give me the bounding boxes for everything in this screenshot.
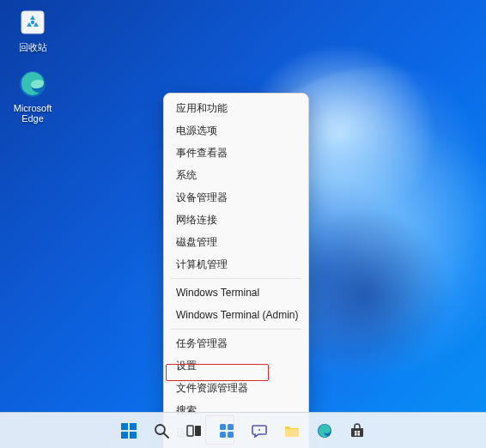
chat-icon [251, 422, 268, 439]
edge-icon [316, 422, 333, 439]
widgets-icon [218, 422, 235, 439]
svg-rect-7 [130, 432, 137, 439]
edge-icon [15, 67, 50, 101]
svg-rect-10 [187, 426, 193, 436]
taskbar-task-view-button[interactable] [180, 417, 208, 445]
menu-item-network-connections[interactable]: 网络连接 [164, 209, 308, 231]
svg-rect-17 [285, 429, 299, 437]
desktop-icon-recycle-bin[interactable]: 回收站 [5, 5, 60, 54]
svg-rect-14 [220, 432, 226, 438]
svg-rect-6 [121, 432, 128, 439]
menu-item-windows-terminal-admin[interactable]: Windows Terminal (Admin) [164, 304, 308, 326]
taskbar-edge-button[interactable] [311, 417, 338, 445]
windows-start-icon [120, 422, 137, 439]
search-icon [153, 422, 170, 439]
taskbar-store-button[interactable] [343, 417, 371, 445]
svg-point-16 [258, 429, 260, 431]
menu-separator [171, 329, 301, 330]
menu-item-system[interactable]: 系统 [164, 164, 308, 186]
desktop-icon-edge[interactable]: Microsoft Edge [5, 67, 60, 124]
store-icon [349, 422, 366, 439]
desktop-icon-label: Microsoft Edge [5, 103, 60, 124]
menu-item-computer-management[interactable]: 计算机管理 [164, 253, 308, 275]
taskbar [0, 412, 486, 448]
menu-item-settings[interactable]: 设置 [164, 354, 308, 377]
svg-point-2 [31, 21, 34, 24]
svg-rect-19 [355, 431, 357, 433]
menu-item-windows-terminal[interactable]: Windows Terminal [164, 282, 308, 304]
menu-item-event-viewer[interactable]: 事件查看器 [164, 142, 308, 164]
menu-separator [171, 278, 301, 279]
svg-rect-13 [228, 424, 234, 430]
desktop-icon-label: 回收站 [5, 41, 60, 54]
svg-rect-11 [195, 426, 201, 436]
file-explorer-icon [283, 422, 301, 439]
menu-item-power-options[interactable]: 电源选项 [164, 119, 308, 142]
svg-rect-5 [130, 423, 137, 430]
menu-item-apps-and-features[interactable]: 应用和功能 [164, 97, 308, 119]
svg-line-9 [164, 433, 168, 438]
task-view-icon [185, 422, 203, 439]
svg-rect-15 [228, 432, 234, 438]
winx-context-menu: 应用和功能 电源选项 事件查看器 系统 设备管理器 网络连接 磁盘管理 计算机管… [163, 93, 309, 448]
taskbar-search-button[interactable] [148, 417, 175, 445]
taskbar-start-button[interactable] [115, 417, 143, 445]
svg-rect-12 [220, 424, 226, 430]
menu-item-task-manager[interactable]: 任务管理器 [164, 332, 308, 354]
taskbar-widgets-button[interactable] [213, 417, 240, 445]
desktop[interactable]: 回收站 Microsoft Edge 应用和功能 电源选项 事件查看器 系统 设… [0, 0, 486, 448]
svg-point-8 [155, 425, 165, 434]
menu-item-disk-management[interactable]: 磁盘管理 [164, 231, 308, 253]
svg-rect-21 [355, 433, 357, 436]
svg-rect-20 [358, 431, 361, 433]
menu-item-device-manager[interactable]: 设备管理器 [164, 186, 308, 209]
taskbar-file-explorer-button[interactable] [278, 417, 306, 445]
svg-rect-4 [121, 423, 128, 430]
taskbar-chat-button[interactable] [246, 417, 273, 445]
menu-item-file-explorer[interactable]: 文件资源管理器 [164, 377, 308, 399]
svg-rect-22 [358, 433, 361, 436]
recycle-bin-icon [15, 5, 50, 39]
